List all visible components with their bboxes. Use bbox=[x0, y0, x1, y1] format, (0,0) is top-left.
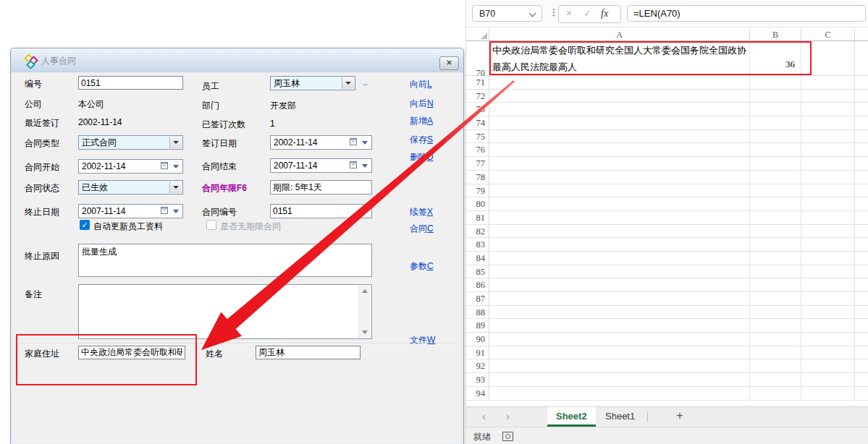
grid-cell[interactable] bbox=[855, 76, 868, 90]
contract-no-input[interactable] bbox=[270, 204, 372, 218]
row-header[interactable]: 77 bbox=[466, 157, 489, 171]
grid-cell[interactable] bbox=[750, 116, 801, 130]
grid-cell[interactable] bbox=[750, 265, 801, 279]
row-header[interactable]: 92 bbox=[466, 359, 489, 373]
grid-cell[interactable] bbox=[489, 306, 750, 320]
nav-save-button[interactable]: 保存S bbox=[410, 134, 433, 146]
grid-cell[interactable] bbox=[855, 306, 868, 320]
chevron-down-icon[interactable] bbox=[342, 77, 354, 89]
grid-cell[interactable] bbox=[750, 90, 801, 103]
grid-cell[interactable] bbox=[801, 211, 855, 225]
nav-forward-button[interactable]: 向前L bbox=[410, 78, 432, 90]
macro-record-icon[interactable] bbox=[502, 432, 513, 441]
grid-cell[interactable] bbox=[489, 252, 750, 265]
column-header-c[interactable]: C bbox=[801, 29, 855, 41]
grid-cell[interactable] bbox=[855, 130, 868, 144]
grid-cell[interactable] bbox=[801, 238, 855, 252]
grid-cell[interactable] bbox=[750, 171, 801, 184]
formula-bar[interactable]: =LEN(A70) bbox=[627, 5, 866, 22]
grid-cell[interactable] bbox=[750, 333, 801, 346]
row-header[interactable]: 72 bbox=[466, 90, 489, 103]
grid-cell[interactable] bbox=[489, 346, 750, 360]
grid-cell[interactable] bbox=[855, 184, 868, 198]
grid-cell[interactable] bbox=[750, 143, 801, 157]
calendar-icon[interactable] bbox=[350, 161, 357, 168]
employee-combobox[interactable]: 周玉林 bbox=[270, 76, 355, 90]
grid-cell[interactable] bbox=[489, 116, 750, 130]
row-header[interactable]: 82 bbox=[466, 225, 489, 239]
column-header-b[interactable]: B bbox=[750, 29, 801, 41]
contract-term-input[interactable] bbox=[270, 180, 372, 195]
grid-cell[interactable] bbox=[750, 157, 801, 171]
grid-cell[interactable] bbox=[750, 387, 801, 401]
grid-cell[interactable] bbox=[801, 116, 855, 130]
row-header[interactable]: 78 bbox=[466, 171, 489, 184]
employee-more-button[interactable]: .. bbox=[363, 77, 368, 87]
grid-cell[interactable] bbox=[489, 292, 750, 306]
contract-type-combobox[interactable]: 正式合同 bbox=[78, 135, 183, 150]
cancel-icon[interactable]: × bbox=[566, 6, 572, 21]
column-header-a[interactable]: A bbox=[489, 29, 750, 41]
no-term-limit-checkbox[interactable] bbox=[206, 220, 216, 230]
nav-contract-button[interactable]: 合同C bbox=[410, 223, 434, 235]
row-header[interactable]: 89 bbox=[466, 319, 489, 333]
chevron-down-icon[interactable] bbox=[529, 10, 536, 17]
chevron-down-icon[interactable] bbox=[169, 137, 182, 148]
contract-start-datepicker[interactable]: 2002-11-14 bbox=[78, 159, 183, 174]
dialog-titlebar[interactable]: 人事合同 ✕ bbox=[11, 48, 463, 72]
calendar-icon[interactable] bbox=[161, 162, 168, 169]
grid-cell[interactable] bbox=[801, 252, 855, 265]
chevron-down-icon[interactable] bbox=[362, 164, 368, 168]
grid-cell[interactable] bbox=[801, 265, 855, 279]
grid-cell[interactable] bbox=[855, 252, 868, 265]
grid-cell[interactable] bbox=[855, 171, 868, 184]
grid-cell[interactable] bbox=[855, 238, 868, 252]
nav-back-button[interactable]: 向后N bbox=[410, 98, 434, 110]
grid-cell[interactable] bbox=[801, 157, 855, 171]
grid-cell[interactable] bbox=[489, 225, 750, 239]
enter-icon[interactable]: ✓ bbox=[583, 6, 591, 21]
row-header[interactable]: 88 bbox=[466, 306, 489, 320]
grid-cell[interactable] bbox=[750, 76, 801, 90]
grid-cell[interactable] bbox=[801, 333, 855, 346]
nav-renew-button[interactable]: 续签X bbox=[410, 206, 433, 218]
row-header[interactable]: 94 bbox=[466, 387, 489, 401]
grid-cell[interactable] bbox=[855, 225, 868, 239]
grid-cell[interactable] bbox=[489, 157, 750, 171]
tab-sheet2[interactable]: Sheet2 bbox=[547, 407, 596, 427]
contract-end-datepicker[interactable]: 2007-11-14 bbox=[270, 158, 372, 173]
sign-date-datepicker[interactable]: 2002-11-14 bbox=[270, 135, 372, 150]
grid-cell[interactable] bbox=[801, 225, 855, 239]
grid-cell[interactable] bbox=[801, 184, 855, 198]
grid-cell[interactable] bbox=[855, 373, 868, 387]
row-header[interactable]: 87 bbox=[466, 292, 489, 306]
nav-delete-button[interactable]: 删除D bbox=[410, 151, 434, 163]
grid-cell[interactable] bbox=[750, 225, 801, 239]
row-header[interactable]: 70 bbox=[466, 41, 489, 76]
row-header[interactable]: 76 bbox=[466, 143, 489, 157]
grid-cell[interactable] bbox=[750, 346, 801, 360]
grid-cell[interactable] bbox=[489, 184, 750, 198]
grid-cell[interactable] bbox=[855, 278, 868, 292]
grid-cell[interactable] bbox=[489, 333, 750, 346]
grid-cell[interactable] bbox=[801, 197, 855, 211]
contract-status-combobox[interactable]: 已生效 bbox=[78, 180, 183, 195]
name-box[interactable]: B70 bbox=[472, 5, 542, 22]
sheet-next-icon[interactable]: › bbox=[506, 410, 510, 422]
grid-cell[interactable] bbox=[489, 143, 750, 157]
chevron-down-icon[interactable] bbox=[173, 210, 179, 213]
grid-cell[interactable] bbox=[489, 278, 750, 292]
grid-cell[interactable] bbox=[750, 211, 801, 225]
grid-cell[interactable] bbox=[489, 90, 750, 103]
grid-cell[interactable] bbox=[489, 76, 750, 90]
chevron-down-icon[interactable] bbox=[173, 165, 179, 168]
grid-cell[interactable] bbox=[489, 130, 750, 144]
more-options-icon[interactable]: ⋮ bbox=[549, 7, 558, 17]
grid-cell[interactable] bbox=[750, 292, 801, 306]
grid-cell[interactable] bbox=[489, 211, 750, 225]
tab-sheet1[interactable]: Sheet1 bbox=[597, 407, 644, 427]
grid-cell[interactable] bbox=[855, 197, 868, 211]
grid-cell[interactable] bbox=[801, 346, 855, 360]
grid-cell[interactable] bbox=[801, 103, 855, 116]
grid-cell[interactable] bbox=[855, 90, 868, 103]
